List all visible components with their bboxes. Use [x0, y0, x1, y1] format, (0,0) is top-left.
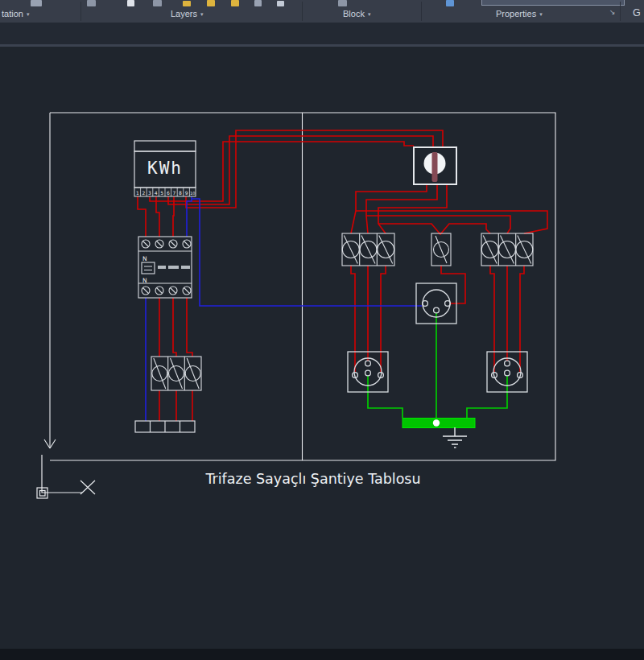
- rcd-lever: [142, 262, 155, 274]
- kwh-meter-label: KWh: [147, 159, 183, 178]
- panel-properties-label: Properties: [496, 9, 536, 19]
- terminal-number: 3: [148, 190, 151, 196]
- ribbon-lower-strip: [0, 23, 644, 44]
- breaker-1pole-middle[interactable]: [431, 233, 451, 266]
- panel-separator: [302, 2, 303, 21]
- chevron-down-icon: ▾: [539, 11, 543, 17]
- drawing-title[interactable]: Trifaze Sayaçlı Şantiye Tablosu: [204, 471, 420, 487]
- terminal-number: 10: [190, 191, 195, 196]
- panel-block-label: Block: [343, 9, 365, 19]
- panel-properties[interactable]: Properties▾: [496, 9, 543, 19]
- chevron-down-icon: ▾: [27, 11, 30, 17]
- rcd-n-top-label: N: [142, 255, 147, 262]
- toolbar-icon-fragment[interactable]: [127, 0, 134, 6]
- ribbon-combobox[interactable]: [481, 0, 625, 6]
- rotary-switch-handle[interactable]: [432, 152, 438, 182]
- rotary-switch[interactable]: [414, 147, 456, 184]
- terminal-number: 2: [142, 190, 145, 196]
- panel-separator: [620, 2, 621, 21]
- meter-terminal-numbers: 1 2 3 4 5 6 7 8 9 10: [136, 190, 196, 196]
- toolbar-icon-fragment[interactable]: [446, 0, 454, 6]
- toolbar-icon-fragment[interactable]: [254, 0, 262, 6]
- terminal-number: 9: [185, 190, 188, 196]
- toolbar-icon-fragment[interactable]: [231, 0, 239, 6]
- toolbar-icon-fragment[interactable]: [183, 1, 191, 6]
- terminal-number: 8: [179, 190, 182, 196]
- toolbar-icon-fragment[interactable]: [207, 0, 215, 6]
- panel-groups-partial[interactable]: G: [633, 7, 641, 19]
- breaker-ratings-text: [158, 266, 190, 269]
- socket-3phase-left[interactable]: [348, 352, 388, 392]
- model-space-canvas[interactable]: KWh 1 2 3 4 5 6 7 8 9 10: [0, 0, 644, 660]
- earth-bus-node: [433, 419, 440, 426]
- toolbar-icon-fragment[interactable]: [277, 1, 284, 6]
- ribbon-bar: tation▾ Layers▾ Block▾ Properties▾ ↘ G: [0, 0, 644, 23]
- toolbar-icon-fragment[interactable]: [31, 0, 42, 6]
- ground-symbol[interactable]: [443, 427, 467, 448]
- ucs-icon: [37, 455, 95, 498]
- terminal-number: 5: [160, 190, 163, 196]
- toolbar-icon-fragment[interactable]: [87, 0, 96, 6]
- panel-layers-label: Layers: [171, 9, 197, 19]
- panel-separator: [421, 2, 422, 21]
- toolbar-icon-fragment[interactable]: [338, 0, 347, 6]
- panel-dialog-launcher-icon[interactable]: ↘: [609, 8, 616, 16]
- panel-layers[interactable]: Layers▾: [171, 9, 204, 19]
- terminal-strip[interactable]: [135, 421, 195, 432]
- chevron-down-icon: ▾: [200, 11, 204, 17]
- toolbar-icon-fragment[interactable]: [153, 0, 162, 6]
- panel-block[interactable]: Block▾: [343, 9, 370, 19]
- status-bar: [0, 649, 644, 660]
- socket-1phase-middle[interactable]: [416, 283, 456, 324]
- terminal-number: 7: [172, 190, 175, 196]
- chevron-down-icon: ▾: [368, 11, 371, 17]
- application-window: tation▾ Layers▾ Block▾ Properties▾ ↘ G: [0, 0, 644, 660]
- terminal-number: 4: [155, 190, 158, 196]
- socket-3phase-right[interactable]: [487, 352, 527, 392]
- panel-annotation-label: tation: [2, 9, 23, 19]
- rcd-n-bottom-label: N: [142, 277, 147, 284]
- terminal-number: 6: [167, 190, 170, 196]
- breaker-3pole-right[interactable]: [481, 233, 533, 266]
- earth-bus-bar[interactable]: [402, 419, 475, 428]
- breaker-3pole-left[interactable]: [342, 233, 394, 266]
- wires-earth[interactable]: [368, 313, 507, 418]
- viewport-top-edge: [0, 44, 644, 47]
- panel-separator: [80, 2, 81, 21]
- panel-annotation-partial[interactable]: tation▾: [2, 9, 29, 19]
- terminal-number: 1: [136, 190, 139, 196]
- fuse-block-left[interactable]: [151, 357, 201, 390]
